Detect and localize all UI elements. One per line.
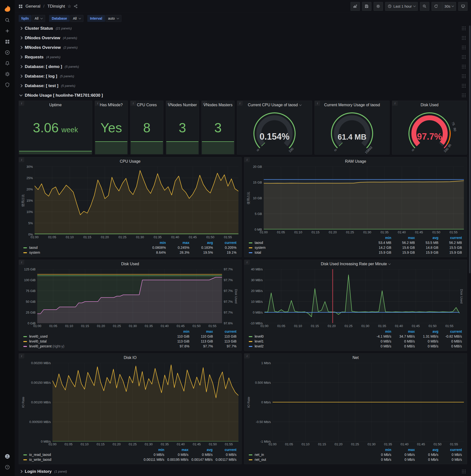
panel-info-icon[interactable]: i	[237, 101, 243, 106]
legend-series-name[interactable]: level2	[255, 344, 264, 348]
legend-col-header[interactable]: min	[167, 329, 191, 334]
refresh-interval-select[interactable]: 30s	[442, 2, 456, 11]
row-database-demo[interactable]: Database: [ demo ] (5 panels)	[19, 62, 467, 71]
legend-series-name[interactable]: net_in	[255, 453, 264, 457]
row-drag-handle[interactable]	[462, 470, 466, 474]
panel-header[interactable]: iDisk Used	[19, 260, 241, 268]
legend-col-header[interactable]: max	[393, 235, 416, 240]
panel-header[interactable]: iRAM Usage	[244, 157, 467, 166]
dashboard-settings-button[interactable]	[374, 2, 383, 11]
legend-series-name[interactable]: level0_percent	[29, 344, 51, 348]
legend-series-name[interactable]: taosd	[29, 246, 37, 250]
legend-series-name[interactable]: io_read_taosd	[29, 453, 51, 457]
cycle-view-button[interactable]	[458, 2, 468, 11]
row-drag-handle[interactable]	[462, 93, 466, 97]
panel-header[interactable]: iVNodes Number	[166, 101, 199, 109]
legend-series-name[interactable]: level0_total	[29, 339, 47, 343]
legend-col-header[interactable]: avg	[191, 240, 214, 245]
legend-col-header[interactable]: current	[440, 447, 463, 452]
legend-col-header[interactable]: avg	[416, 235, 440, 240]
panel-header[interactable]: iCPU Usage	[19, 157, 241, 166]
panel-header[interactable]: iDisk Used Increasing Rate per Minute	[244, 260, 467, 268]
panel-header[interactable]: iVNodes Masters	[202, 101, 234, 109]
panel-header[interactable]: iUptime	[19, 101, 92, 109]
row-cluster-status[interactable]: Cluster Status (21 panels)	[19, 24, 467, 33]
save-dashboard-button[interactable]	[362, 2, 371, 11]
server-admin-shield-icon[interactable]	[2, 80, 13, 90]
legend-col-header[interactable]: current	[214, 240, 238, 245]
legend-col-header[interactable]: avg	[190, 447, 214, 452]
row-drag-handle[interactable]	[462, 27, 466, 30]
row-requests[interactable]: Requests (4 panels)	[19, 52, 467, 62]
legend-series-name[interactable]: level0_used	[29, 334, 48, 338]
variable-value-fqdn[interactable]: All	[32, 15, 45, 22]
legend-series-name[interactable]: system	[255, 246, 265, 250]
legend-series-name[interactable]: taosd	[255, 241, 263, 245]
legend-col-header[interactable]: min	[369, 329, 393, 334]
row-drag-handle[interactable]	[462, 74, 466, 78]
user-avatar[interactable]	[2, 451, 13, 462]
row-database-test[interactable]: Database: [ test ] (5 panels)	[19, 81, 467, 90]
zoom-out-button[interactable]	[420, 2, 429, 11]
panel-info-icon[interactable]: i	[166, 101, 171, 106]
panel-header[interactable]: iNet	[244, 354, 467, 362]
row-dnode-usage[interactable]: DNode Usage [ huolinhe-TM1701:6030 ]	[19, 90, 467, 100]
legend-series-name[interactable]: level0	[255, 334, 264, 338]
panel-header[interactable]: iCurrent Memory Usage of taosd	[315, 101, 389, 109]
panel-info-icon[interactable]: i	[315, 101, 320, 106]
legend-col-header[interactable]: current	[214, 329, 238, 334]
legend-col-header[interactable]: max	[166, 447, 190, 452]
panel-info-icon[interactable]: i	[19, 101, 24, 106]
add-panel-button[interactable]	[351, 2, 360, 11]
legend-col-header[interactable]: max	[191, 329, 214, 334]
panel-menu-caret-icon[interactable]	[388, 263, 391, 265]
legend-series-name[interactable]: system	[29, 251, 40, 255]
panel-info-icon[interactable]: i	[244, 260, 250, 265]
row-drag-handle[interactable]	[462, 55, 466, 59]
panel-menu-caret-icon[interactable]	[299, 103, 302, 106]
legend-col-header[interactable]: current	[440, 329, 463, 334]
legend-col-header[interactable]: min	[369, 235, 393, 240]
alerting-bell-icon[interactable]	[2, 58, 13, 69]
legend-col-header[interactable]: current	[440, 235, 463, 240]
panel-info-icon[interactable]: i	[244, 354, 250, 358]
row-drag-handle[interactable]	[462, 65, 466, 69]
panel-info-icon[interactable]: i	[19, 157, 24, 162]
panel-header[interactable]: iCPU Cores	[131, 101, 163, 109]
grafana-logo[interactable]	[2, 2, 13, 15]
legend-col-header[interactable]: max	[393, 329, 416, 334]
panel-info-icon[interactable]: i	[95, 101, 100, 106]
legend-col-header[interactable]: avg	[416, 329, 440, 334]
row-dnodes-overview[interactable]: DNodes Overview (4 panels)	[19, 33, 467, 43]
explore-compass-icon[interactable]	[2, 47, 13, 58]
legend-series-name[interactable]: net_out	[255, 458, 266, 461]
legend-series-name[interactable]: io_write_taosd	[29, 458, 51, 461]
row-login-history[interactable]: Login History (1 panel)	[19, 467, 467, 476]
panel-info-icon[interactable]: i	[131, 101, 136, 106]
row-mnodes-overview[interactable]: MNodes Overview (2 panels)	[19, 43, 467, 52]
panel-header[interactable]: iDisk IO	[19, 354, 241, 362]
variable-value-database[interactable]: All	[70, 15, 84, 22]
star-icon[interactable]: ☆	[67, 4, 71, 9]
legend-col-header[interactable]: max	[167, 240, 191, 245]
create-plus-icon[interactable]	[2, 26, 13, 36]
legend-col-header[interactable]: min	[142, 447, 166, 452]
breadcrumb-section[interactable]: General	[26, 4, 40, 9]
panel-info-icon[interactable]: i	[19, 260, 24, 265]
legend-col-header[interactable]: current	[214, 447, 238, 452]
panel-header[interactable]: iCurrent CPU Usage of taosd	[237, 101, 312, 109]
panel-info-icon[interactable]: i	[202, 101, 207, 106]
panel-info-icon[interactable]: i	[19, 354, 24, 358]
panel-info-icon[interactable]: i	[244, 157, 250, 162]
panel-header[interactable]: iHas MNode?	[95, 101, 128, 109]
time-range-picker[interactable]: Last 1 hour	[385, 2, 418, 11]
row-drag-handle[interactable]	[462, 36, 466, 40]
legend-col-header[interactable]: max	[393, 447, 416, 452]
dashboards-icon[interactable]	[2, 36, 13, 47]
variable-value-interval[interactable]: auto	[105, 15, 121, 22]
configuration-gear-icon[interactable]	[2, 69, 13, 80]
legend-col-header[interactable]: avg	[416, 447, 440, 452]
breadcrumb-title[interactable]: TDinsight	[47, 4, 65, 9]
help-icon[interactable]: ?	[2, 462, 13, 473]
row-drag-handle[interactable]	[462, 46, 466, 50]
